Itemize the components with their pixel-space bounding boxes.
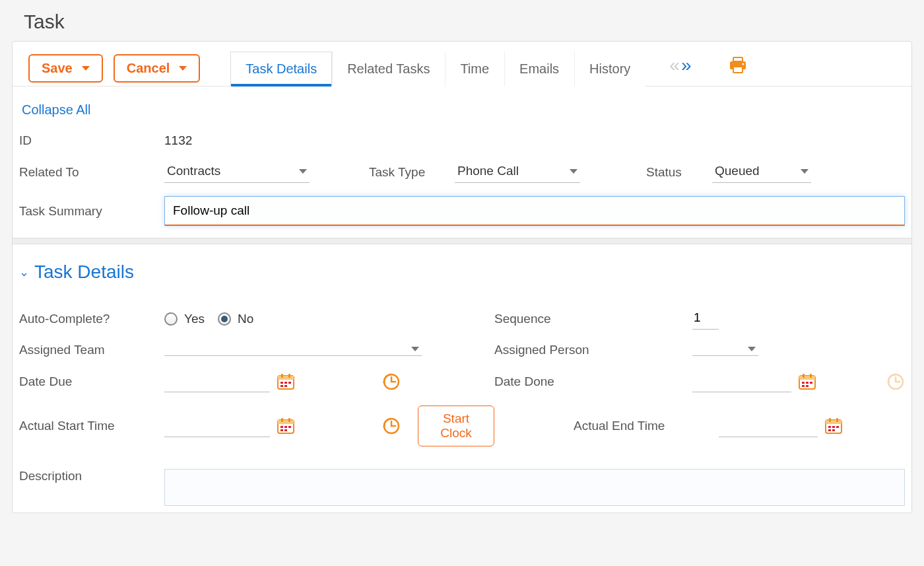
collapse-all-link[interactable]: Collapse All bbox=[19, 98, 905, 127]
calendar-icon[interactable] bbox=[798, 373, 816, 390]
chevron-down-icon bbox=[801, 169, 808, 174]
row-actual-times: Actual Start Time Start Clock Actual End… bbox=[19, 399, 905, 453]
assigned-person-select[interactable] bbox=[692, 344, 758, 356]
row-assigned: Assigned Team Assigned Person bbox=[19, 336, 905, 364]
calendar-icon[interactable] bbox=[277, 417, 295, 435]
svg-rect-50 bbox=[829, 418, 831, 422]
row-related: Related To Contracts Task Type Phone Cal… bbox=[19, 155, 905, 190]
svg-rect-37 bbox=[281, 418, 283, 422]
description-input[interactable] bbox=[164, 469, 905, 506]
actual-end-input[interactable] bbox=[719, 415, 818, 437]
tab-emails[interactable]: Emails bbox=[504, 52, 574, 87]
sequence-label: Sequence bbox=[494, 312, 640, 326]
svg-rect-21 bbox=[810, 382, 812, 384]
row-task-summary: Task Summary bbox=[19, 190, 905, 232]
actual-start-input[interactable] bbox=[164, 415, 270, 437]
tab-history[interactable]: History bbox=[574, 52, 645, 87]
clock-history-icon[interactable] bbox=[885, 372, 905, 392]
svg-rect-10 bbox=[284, 385, 287, 387]
chevron-down-icon bbox=[748, 347, 756, 351]
svg-rect-2 bbox=[733, 67, 742, 73]
svg-rect-0 bbox=[733, 57, 742, 61]
svg-rect-20 bbox=[806, 382, 808, 384]
row-autocomplete-sequence: Auto-Complete? Yes No Sequence bbox=[19, 301, 905, 336]
svg-rect-45 bbox=[828, 426, 831, 428]
section-task-details-header[interactable]: ⌄ Task Details bbox=[19, 244, 905, 301]
description-label: Description bbox=[19, 469, 164, 483]
date-done-input[interactable] bbox=[692, 371, 791, 392]
date-due-input[interactable] bbox=[164, 371, 270, 392]
svg-rect-22 bbox=[802, 385, 805, 387]
svg-rect-36 bbox=[284, 429, 287, 431]
chevron-right-icon[interactable]: » bbox=[681, 56, 692, 75]
toolbar: Save Cancel Task Details Related Tasks T… bbox=[13, 42, 911, 87]
svg-rect-11 bbox=[281, 374, 283, 378]
section-title: Task Details bbox=[34, 262, 134, 283]
save-button[interactable]: Save bbox=[28, 54, 103, 83]
assigned-person-label: Assigned Person bbox=[494, 343, 640, 357]
related-to-value: Contracts bbox=[167, 164, 220, 178]
tab-task-details[interactable]: Task Details bbox=[230, 52, 332, 87]
tab-scroll-nav: « » bbox=[669, 56, 691, 81]
auto-complete-radio-group: Yes No bbox=[164, 312, 260, 326]
calendar-icon[interactable] bbox=[824, 417, 843, 435]
svg-rect-7 bbox=[284, 382, 287, 384]
clock-history-icon[interactable] bbox=[381, 416, 401, 436]
cancel-button[interactable]: Cancel bbox=[114, 54, 201, 83]
task-type-label: Task Type bbox=[369, 165, 455, 180]
clock-history-icon[interactable] bbox=[381, 372, 401, 392]
tab-time[interactable]: Time bbox=[445, 52, 504, 87]
svg-rect-38 bbox=[288, 418, 290, 422]
chevron-down-icon bbox=[82, 66, 90, 71]
date-due-label: Date Due bbox=[19, 374, 164, 389]
row-id: ID 1132 bbox=[19, 127, 905, 155]
svg-rect-25 bbox=[810, 374, 812, 378]
chevron-down-icon bbox=[179, 66, 187, 71]
page-title: Task bbox=[0, 0, 924, 41]
form-body: Collapse All ID 1132 Related To Contract… bbox=[13, 87, 911, 513]
tab-bar: Task Details Related Tasks Time Emails H… bbox=[230, 51, 645, 86]
task-card: Save Cancel Task Details Related Tasks T… bbox=[12, 41, 912, 513]
svg-rect-31 bbox=[278, 420, 294, 424]
svg-point-3 bbox=[742, 63, 744, 65]
status-select[interactable]: Queued bbox=[712, 161, 811, 183]
chevron-left-icon[interactable]: « bbox=[669, 56, 680, 75]
actual-end-label: Actual End Time bbox=[574, 419, 719, 433]
start-clock-button[interactable]: Start Clock bbox=[418, 406, 494, 446]
date-done-label: Date Done bbox=[494, 374, 640, 389]
cancel-button-label: Cancel bbox=[127, 61, 170, 76]
auto-complete-no-label: No bbox=[238, 312, 253, 326]
chevron-down-icon bbox=[299, 169, 307, 174]
chevron-down-icon: ⌄ bbox=[19, 265, 29, 279]
svg-rect-34 bbox=[288, 426, 291, 428]
svg-rect-23 bbox=[806, 385, 808, 387]
svg-rect-9 bbox=[280, 385, 283, 387]
svg-rect-35 bbox=[280, 429, 283, 431]
assigned-team-select[interactable] bbox=[164, 344, 422, 356]
svg-rect-24 bbox=[803, 374, 805, 378]
task-summary-label: Task Summary bbox=[19, 204, 164, 219]
tab-related-tasks[interactable]: Related Tasks bbox=[332, 52, 445, 87]
svg-rect-51 bbox=[836, 418, 838, 422]
svg-rect-44 bbox=[826, 420, 842, 424]
actual-start-label: Actual Start Time bbox=[19, 419, 164, 433]
svg-rect-8 bbox=[288, 382, 291, 384]
related-to-select[interactable]: Contracts bbox=[164, 161, 310, 183]
row-dates: Date Due Date Done bbox=[19, 364, 905, 399]
task-summary-input[interactable] bbox=[164, 196, 905, 226]
svg-rect-19 bbox=[802, 382, 805, 384]
chevron-down-icon bbox=[411, 347, 419, 351]
section-divider bbox=[13, 238, 911, 244]
save-button-label: Save bbox=[42, 61, 73, 76]
auto-complete-no-radio[interactable] bbox=[218, 312, 231, 326]
task-type-value: Phone Call bbox=[457, 164, 519, 178]
print-icon[interactable] bbox=[729, 57, 747, 81]
calendar-icon[interactable] bbox=[277, 373, 295, 390]
svg-rect-33 bbox=[284, 426, 287, 428]
task-type-select[interactable]: Phone Call bbox=[455, 161, 580, 183]
row-description: Description bbox=[19, 453, 905, 513]
svg-rect-48 bbox=[828, 429, 831, 431]
svg-rect-47 bbox=[836, 426, 839, 428]
auto-complete-yes-radio[interactable] bbox=[164, 312, 178, 326]
sequence-input[interactable] bbox=[692, 308, 719, 330]
